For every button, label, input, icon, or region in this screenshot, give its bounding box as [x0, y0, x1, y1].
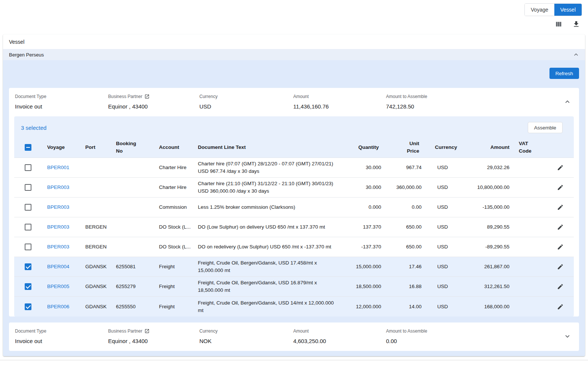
- port-cell: [85, 165, 116, 170]
- voyage-link[interactable]: BPER004: [47, 264, 69, 269]
- view-toggle-group: Voyage Vessel: [524, 3, 582, 16]
- select-all-checkbox[interactable]: [14, 142, 47, 153]
- voyage-link[interactable]: BPER005: [47, 284, 69, 289]
- checkbox-icon: [25, 164, 31, 171]
- open-in-new-icon[interactable]: [144, 94, 150, 99]
- edit-button[interactable]: [556, 163, 565, 172]
- document-summary-row: Document Type Invoice out Business Partn…: [9, 322, 579, 351]
- edit-pencil-icon: [557, 244, 564, 250]
- vat-code-cell: [509, 245, 547, 249]
- table-row: BPER001 Charter Hire Charter hire (07:07…: [14, 158, 574, 178]
- header-document-line-text: Document Line Text: [198, 141, 345, 153]
- vessel-toggle-button[interactable]: Vessel: [554, 4, 582, 16]
- unit-price-cell: 360,000.00: [381, 181, 422, 193]
- account-cell: DO Stock (L...: [159, 241, 198, 253]
- document-group-nok: Document Type Invoice out Business Partn…: [9, 322, 579, 351]
- account-cell: Charter Hire: [159, 162, 198, 174]
- top-bar: Voyage Vessel: [0, 0, 588, 16]
- view-columns-icon: [555, 20, 563, 28]
- edit-button[interactable]: [556, 262, 565, 271]
- selection-panel: 3 selected Assemble Voyage Port Booking …: [14, 116, 574, 317]
- unit-price-cell: 16.88: [381, 281, 422, 293]
- amount-cell: -135,000.00: [457, 201, 509, 213]
- edit-pencil-icon: [557, 283, 564, 290]
- row-checkbox[interactable]: [14, 301, 47, 312]
- header-voyage: Voyage: [47, 141, 85, 153]
- quantity-cell: 137.370: [347, 221, 381, 233]
- row-checkbox[interactable]: [14, 182, 47, 193]
- booking-no-cell: [116, 245, 159, 249]
- vat-code-cell: [509, 225, 547, 229]
- booking-no-cell: 6255279: [116, 281, 159, 293]
- collapse-group-button[interactable]: [562, 96, 573, 107]
- row-checkbox[interactable]: [14, 281, 47, 292]
- header-quantity: Quantity: [345, 141, 379, 153]
- row-checkbox[interactable]: [14, 221, 47, 233]
- voyage-link[interactable]: BPER003: [47, 184, 69, 190]
- edit-pencil-icon: [557, 184, 564, 191]
- header-booking-no: Booking No: [116, 138, 159, 157]
- chevron-up-icon[interactable]: [572, 51, 580, 58]
- checkbox-icon: [25, 204, 31, 211]
- document-line-text-cell: Freight, Crude Oil, Bergen/Gdansk, USD 1…: [198, 277, 347, 296]
- selected-count: 3 selected: [21, 125, 46, 131]
- document-line-text-cell: DO on redelivery (Low Sulphur) USD 650 /…: [198, 241, 347, 253]
- field-label: Amount: [293, 328, 382, 334]
- account-cell: Freight: [159, 261, 198, 273]
- field-value: NOK: [199, 338, 290, 344]
- edit-button[interactable]: [556, 302, 565, 311]
- port-cell: GDANSK: [85, 281, 116, 293]
- checkbox-icon: [25, 184, 31, 191]
- edit-button[interactable]: [556, 242, 565, 251]
- edit-pencil-icon: [557, 303, 564, 310]
- booking-no-cell: [116, 165, 159, 170]
- open-in-new-icon[interactable]: [144, 328, 150, 334]
- currency-cell: USD: [422, 261, 457, 273]
- voyage-link[interactable]: BPER003: [47, 204, 69, 210]
- voyage-link[interactable]: BPER006: [47, 304, 69, 309]
- document-line-text-cell: Freight, Crude Oil, Bergen/Gdansk, USD 1…: [198, 297, 347, 316]
- assemble-button[interactable]: Assemble: [528, 122, 563, 133]
- chevron-down-icon: [563, 332, 572, 340]
- table-header-row: Voyage Port Booking No Account Document …: [14, 137, 574, 158]
- currency-cell: USD: [422, 241, 457, 253]
- columns-button[interactable]: [554, 19, 564, 29]
- unit-price-cell: 17.46: [381, 261, 422, 273]
- voyage-link[interactable]: BPER003: [47, 244, 69, 250]
- vat-code-cell: [509, 185, 547, 190]
- row-checkbox[interactable]: [14, 241, 47, 253]
- selection-toolbar: 3 selected Assemble: [14, 116, 574, 137]
- port-cell: GDANSK: [85, 301, 116, 313]
- download-icon: [572, 20, 580, 28]
- edit-button[interactable]: [556, 282, 565, 291]
- expand-group-button[interactable]: [562, 331, 573, 342]
- header-edit: [547, 145, 574, 150]
- booking-no-cell: [116, 225, 159, 229]
- edit-button[interactable]: [556, 183, 565, 192]
- document-line-text-cell: Freight, Crude Oil, Bergen/Gdansk, USD 1…: [198, 257, 347, 276]
- account-cell: Commission: [159, 201, 198, 213]
- voyage-link[interactable]: BPER001: [47, 165, 69, 170]
- currency-cell: USD: [422, 181, 457, 193]
- edit-button[interactable]: [556, 223, 565, 232]
- row-checkbox[interactable]: [14, 261, 47, 272]
- voyage-toggle-button[interactable]: Voyage: [525, 4, 554, 16]
- row-checkbox[interactable]: [14, 202, 47, 213]
- toolbar-icon-row: [0, 16, 588, 31]
- quantity-cell: 30.000: [347, 162, 381, 174]
- download-button[interactable]: [571, 19, 581, 29]
- field-value: 742,128.50: [386, 103, 558, 110]
- field-value: Equinor , 43400: [108, 103, 196, 110]
- vessel-group-header[interactable]: Bergen Perseus: [3, 49, 585, 60]
- voyage-link[interactable]: BPER003: [47, 224, 69, 230]
- edit-button[interactable]: [556, 203, 565, 212]
- header-amount: Amount: [457, 141, 509, 153]
- row-checkbox[interactable]: [14, 162, 47, 173]
- amount-cell: 89,290.55: [457, 221, 509, 233]
- quantity-cell: 15,000.000: [347, 261, 381, 273]
- booking-no-cell: [116, 185, 159, 190]
- field-label: Document Type: [15, 328, 104, 334]
- refresh-button[interactable]: Refresh: [549, 68, 579, 79]
- refresh-row: Refresh: [9, 68, 579, 79]
- vessel-card: Vessel Bergen Perseus Refresh Document T…: [3, 34, 585, 356]
